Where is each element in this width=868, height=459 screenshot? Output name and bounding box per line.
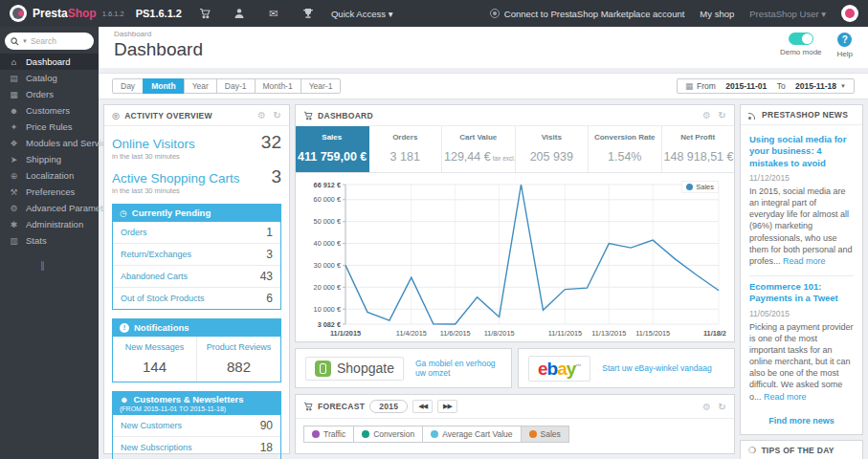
prestashop-logo[interactable]: PrestaShop 1.6.1.2 <box>10 5 124 22</box>
news-article-excerpt: Picking a payment provider is one of the… <box>749 321 854 403</box>
sidebar-item-dashboard[interactable]: ⌂Dashboard <box>0 54 99 70</box>
sidebar-item-localization[interactable]: ⊕Localization <box>0 167 99 184</box>
previous-year-button[interactable]: ◀◀ <box>412 400 433 413</box>
ebay-banner[interactable]: ebay™ Start uw eBay-winkel vandaag <box>518 348 735 388</box>
news-article-list: Using social media for your business: 4 … <box>741 125 862 404</box>
notification-cell-new-messages[interactable]: New Messages144 <box>113 337 196 382</box>
ebay-link[interactable]: Start uw eBay-winkel vandaag <box>602 363 711 373</box>
sidebar-search[interactable]: ▼ <box>5 33 94 50</box>
demo-mode-toggle[interactable] <box>789 33 813 45</box>
active-carts-sub: in the last 30 minutes <box>112 186 281 195</box>
my-shop-link[interactable]: My shop <box>700 9 734 19</box>
find-more-news-link[interactable]: Find more news <box>741 416 862 426</box>
shipping-icon: ➤ <box>9 155 19 164</box>
news-article-date: 11/12/2015 <box>749 173 854 183</box>
forecast-toggle-traffic[interactable]: Traffic <box>303 426 354 443</box>
quick-access-menu[interactable]: Quick Access ▾ <box>331 9 392 19</box>
news-article-title-link[interactable]: Ecommerce 101: Payments in a Tweet <box>749 281 854 305</box>
employee-icon[interactable] <box>228 8 251 19</box>
row-link[interactable]: New Subscriptions <box>121 443 192 452</box>
cart-icon[interactable] <box>193 8 216 19</box>
user-menu[interactable]: PrestaShop User ▾ <box>749 9 826 19</box>
sidebar-item-shipping[interactable]: ➤Shipping <box>0 151 99 167</box>
range-month-button[interactable]: Month <box>143 78 185 94</box>
stat-net-profit[interactable]: Net Profit148 918,51 €tax excl. <box>662 126 735 172</box>
sidebar-item-preferences[interactable]: ⚒Preferences <box>0 184 99 200</box>
row-link[interactable]: New Customers <box>121 421 182 430</box>
stat-value: 1.54% <box>590 150 659 164</box>
price-rules-icon: ✦ <box>9 122 19 132</box>
active-carts-link[interactable]: Active Shopping Carts <box>112 171 240 186</box>
gear-icon[interactable]: ⚙ <box>702 402 711 412</box>
table-row: New Subscriptions18 <box>113 437 280 459</box>
search-input[interactable] <box>31 36 77 46</box>
row-link[interactable]: Out of Stock Products <box>121 294 205 303</box>
catalog-icon: ▤ <box>9 74 19 83</box>
range-day-button[interactable]: Day <box>112 78 144 94</box>
sidebar-item-catalog[interactable]: ▤Catalog <box>0 70 99 86</box>
breadcrumb[interactable]: Dashboard <box>114 30 203 38</box>
shopgate-link[interactable]: Ga mobiel en verhoog uw omzet <box>415 359 501 378</box>
forecast-toggle-conversion[interactable]: Conversion <box>353 426 423 443</box>
forecast-toggle-average-cart-value[interactable]: Average Cart Value <box>422 426 521 443</box>
row-link[interactable]: Orders <box>121 228 147 237</box>
row-value: 90 <box>260 419 273 432</box>
trophy-icon[interactable] <box>297 8 320 19</box>
sidebar-item-stats[interactable]: ▥Stats <box>0 232 99 249</box>
rss-icon <box>748 111 757 120</box>
news-article-title-link[interactable]: Using social media for your business: 4 … <box>749 134 854 169</box>
read-more-link[interactable]: Read more <box>764 392 807 402</box>
notification-link[interactable]: New Messages <box>125 342 185 352</box>
refresh-icon[interactable]: ↻ <box>273 110 281 120</box>
user-avatar[interactable] <box>841 5 858 22</box>
marketplace-link[interactable]: Connect to PrestaShop Marketplace accoun… <box>490 9 685 19</box>
sidebar-item-customers[interactable]: ☻Customers <box>0 102 99 119</box>
stat-value: 148 918,51 €tax excl. <box>664 150 733 164</box>
notification-cell-product-reviews[interactable]: Product Reviews882 <box>196 337 280 382</box>
lightbulb-icon: ❍ <box>748 446 756 455</box>
row-link[interactable]: Abandoned Carts <box>121 272 188 281</box>
shop-name[interactable]: PS1.6.1.2 <box>136 8 182 19</box>
row-value: 18 <box>260 441 273 454</box>
sidebar-item-orders[interactable]: ▦Orders <box>0 86 99 102</box>
read-more-link[interactable]: Read more <box>783 256 826 266</box>
tips-title: TIPS OF THE DAY <box>761 446 834 455</box>
search-scope-caret-icon[interactable]: ▼ <box>22 38 28 44</box>
range-day-1-button[interactable]: Day-1 <box>216 78 256 94</box>
divider <box>749 275 854 276</box>
gear-icon[interactable]: ⚙ <box>257 110 266 120</box>
prestashop-logo-icon <box>10 5 27 22</box>
online-visitors-link[interactable]: Online Visitors <box>112 137 195 151</box>
gear-icon[interactable]: ⚙ <box>702 110 711 120</box>
svg-text:11/6/2015: 11/6/2015 <box>440 329 471 338</box>
range-year-button[interactable]: Year <box>184 78 217 94</box>
range-year-1-button[interactable]: Year-1 <box>300 78 342 94</box>
stat-orders[interactable]: Orders3 181 <box>369 126 443 172</box>
refresh-icon[interactable]: ↻ <box>718 110 726 120</box>
refresh-icon[interactable]: ↻ <box>718 402 726 412</box>
row-link[interactable]: Return/Exchanges <box>121 250 191 259</box>
sidebar-item-label: Customers <box>26 105 70 116</box>
forecast-toggle-sales[interactable]: Sales <box>521 426 569 443</box>
collapse-menu-icon[interactable]: ∥ <box>0 249 99 271</box>
sidebar-item-price-rules[interactable]: ✦Price Rules <box>0 119 99 135</box>
date-range-picker[interactable]: ▦ From 2015-11-01 To 2015-11-18 ▼ <box>677 78 855 94</box>
notification-link[interactable]: Product Reviews <box>207 342 272 352</box>
stat-cart-value[interactable]: Cart Value129,44 €tax excl. <box>442 126 516 172</box>
stat-visits[interactable]: Visits205 939 <box>516 126 590 172</box>
messages-icon[interactable]: ✉ <box>262 8 285 20</box>
range-month-1-button[interactable]: Month-1 <box>255 78 301 94</box>
help-icon[interactable]: ? <box>837 33 852 47</box>
sidebar-item-administration[interactable]: ✱Administration <box>0 216 99 232</box>
news-article: Using social media for your business: 4 … <box>749 134 854 267</box>
stat-sales[interactable]: Sales411 759,00 €tax excl. <box>296 126 369 172</box>
kpi-stats-row: Sales411 759,00 €tax excl.Orders3 181Car… <box>296 126 734 173</box>
stat-label: Net Profit <box>664 133 733 142</box>
sidebar-item-modules-and-services[interactable]: ❖Modules and Services <box>0 135 99 151</box>
next-year-button[interactable]: ▶▶ <box>437 400 457 413</box>
chart-plot-area[interactable]: 66 912 €60 000 €50 000 €40 000 €30 000 €… <box>300 175 730 341</box>
stat-conversion-rate[interactable]: Conversion Rate1.54% <box>589 126 662 172</box>
sidebar-item-advanced-parameters[interactable]: ⚙Advanced Parameters <box>0 200 99 216</box>
svg-text:11/8/2015: 11/8/2015 <box>484 329 515 338</box>
shopgate-banner[interactable]: Shopgate Ga mobiel en verhoog uw omzet <box>295 348 512 388</box>
